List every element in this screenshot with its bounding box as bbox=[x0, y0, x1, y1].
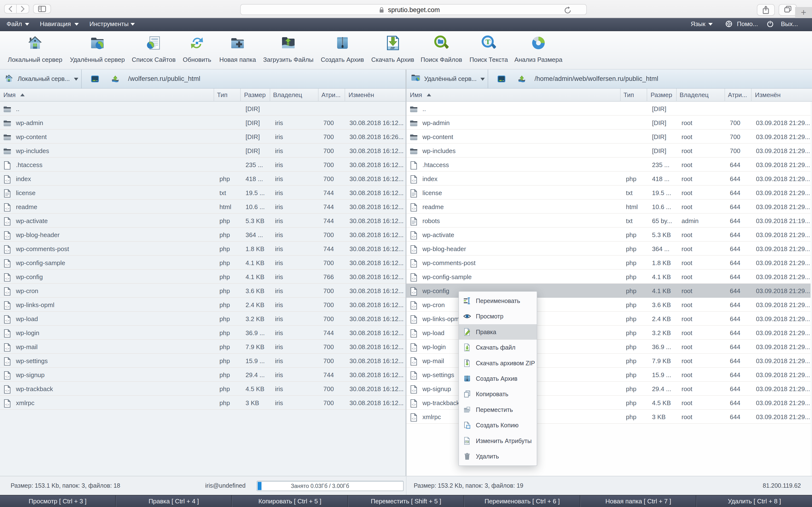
svg-text:<>: <> bbox=[5, 263, 9, 267]
svg-text:<>: <> bbox=[412, 234, 416, 238]
svg-text:<>: <> bbox=[5, 332, 9, 337]
svg-text:755: 755 bbox=[465, 441, 469, 443]
svg-text:<>: <> bbox=[5, 220, 9, 225]
svg-text:<>: <> bbox=[5, 248, 9, 252]
svg-text:<>: <> bbox=[412, 290, 416, 294]
svg-text:<>: <> bbox=[412, 248, 416, 252]
svg-text:<>: <> bbox=[5, 402, 9, 406]
svg-text:ZIP: ZIP bbox=[390, 46, 395, 50]
svg-text:<>: <> bbox=[5, 319, 9, 323]
svg-text:<>: <> bbox=[412, 304, 416, 308]
svg-text:<>: <> bbox=[5, 346, 9, 350]
svg-text:<>: <> bbox=[5, 234, 9, 238]
svg-text:<>: <> bbox=[412, 332, 416, 337]
svg-text:<>: <> bbox=[412, 207, 416, 211]
svg-text:<>: <> bbox=[412, 388, 416, 393]
svg-text:<>: <> bbox=[5, 375, 9, 379]
svg-text:<>: <> bbox=[5, 304, 9, 308]
svg-text:<>: <> bbox=[412, 276, 416, 281]
svg-text:<>: <> bbox=[412, 263, 416, 267]
svg-text:<>: <> bbox=[412, 416, 416, 420]
svg-text:<>: <> bbox=[412, 319, 416, 323]
svg-text:<>: <> bbox=[5, 360, 9, 364]
svg-text:<>: <> bbox=[5, 178, 9, 182]
svg-text:<>: <> bbox=[5, 207, 9, 211]
svg-text:<>: <> bbox=[412, 178, 416, 182]
svg-text:<>: <> bbox=[412, 402, 416, 406]
svg-text:T: T bbox=[486, 38, 490, 46]
svg-text:<>: <> bbox=[412, 360, 416, 364]
svg-text:<>: <> bbox=[412, 346, 416, 350]
svg-text:<>: <> bbox=[5, 290, 9, 294]
svg-text:<>: <> bbox=[5, 276, 9, 281]
svg-text:<>: <> bbox=[5, 388, 9, 393]
svg-text:<>: <> bbox=[412, 375, 416, 379]
